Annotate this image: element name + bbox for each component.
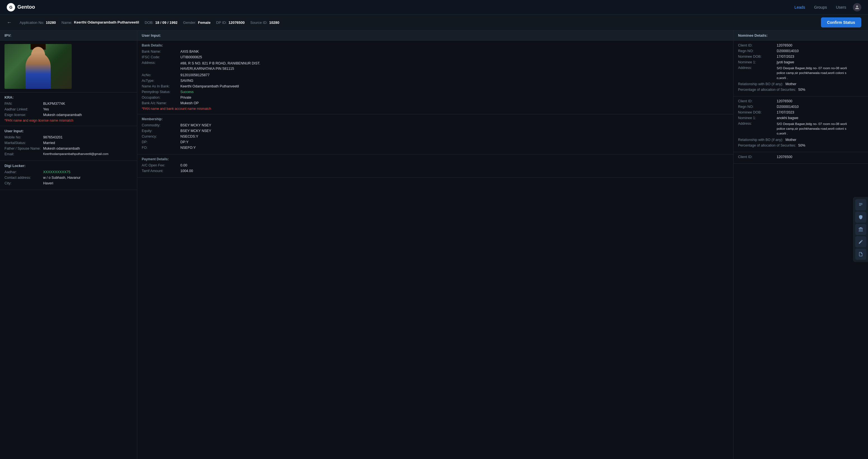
nominee1-address-label: Address:: [738, 66, 774, 70]
nominee2-name-row: Nominee 1: anokhi bagwe: [738, 116, 864, 120]
source-id-value: 10280: [269, 21, 279, 25]
source-id-field: Source ID: 10280: [250, 21, 280, 25]
main-content: IPV: KRA: PAN: BLKPM3774K Aadhar Linked:…: [0, 31, 868, 459]
user-avatar[interactable]: [853, 3, 861, 11]
occupation-row: Occupation: Private: [142, 96, 729, 99]
marital-value: Married: [43, 141, 55, 145]
bank-address-label: Address:: [142, 61, 178, 65]
nominee1-name-value: jyoti bagwe: [777, 60, 794, 64]
nominee1-client-id-row: Client ID: 12076500: [738, 43, 864, 48]
digi-locker-section: Digi Locker: Aadhar: XXXXXXXXXX75 Contac…: [0, 161, 137, 190]
nominee1-client-id-value: 12076500: [777, 43, 793, 48]
pan-row: PAN: BLKPM3774K: [4, 102, 132, 105]
nominee3-client-id-label: Client ID:: [738, 155, 774, 159]
pennydrop-value: Success: [180, 90, 193, 94]
currency-row: Currency: NSECDS:Y: [142, 134, 729, 139]
svg-rect-0: [859, 203, 862, 204]
nominee1-name-row: Nominee 1: jyoti bagwe: [738, 60, 864, 64]
contact-address-label: Contact address:: [4, 176, 41, 180]
esign-value: Mukesh odamparambath: [43, 113, 82, 117]
middle-column: User Input: Bank Details: Bank Name: AXI…: [137, 31, 734, 459]
shield-icon[interactable]: [855, 212, 866, 223]
confirm-status-button[interactable]: Confirm Status: [821, 18, 861, 27]
nav-groups[interactable]: Groups: [814, 5, 827, 9]
nominee1-dob-value: 17/07/2023: [777, 55, 794, 59]
nominee2-address-value: S/O Deepak Bagwe,bldg no- 07 room no-08 …: [777, 122, 855, 136]
user-input-header: User Input:: [4, 129, 132, 135]
aadhar-linked-row: Aadhar Linked: Yes: [4, 107, 132, 111]
commodity-label: Commodity:: [142, 123, 178, 127]
svg-rect-2: [859, 205, 861, 206]
dp-id-label: DP ID:: [216, 21, 227, 25]
tarrif-value: 1004.00: [180, 169, 193, 173]
back-button[interactable]: ←: [7, 20, 12, 26]
ipv-photo-area: [0, 41, 137, 92]
name-in-bank-value: Keerthi Odamparambath Puthanveetil: [180, 84, 239, 88]
nominee3-client-id-value: 12076500: [777, 155, 793, 159]
left-column: IPV: KRA: PAN: BLKPM3774K Aadhar Linked:…: [0, 31, 137, 459]
nominee1-address-row: Address: S/O Deepak Bagwe,bldg no- 07 ro…: [738, 66, 864, 81]
email-value: Keerthodamparambathputhanveetil@gmail.co…: [43, 152, 108, 155]
tarrif-row: Tarrif Amount: 1004.00: [142, 169, 729, 173]
nominee1-relationship-row: Relationship with BO (if any): Mother: [738, 82, 864, 86]
bank-ac-name-value: Mukesh OP: [180, 101, 198, 105]
currency-label: Currency:: [142, 134, 178, 139]
bank-icon[interactable]: [855, 224, 866, 235]
bank-name-row: Bank Name: AXIS BANK: [142, 50, 729, 54]
dob-field: DOB: 18 / 09 / 1992: [145, 21, 178, 25]
dp-id-value: 12076500: [228, 21, 245, 25]
name-in-bank-row: Name As In Bank: Keerthi Odamparambath P…: [142, 84, 729, 88]
aadhar-linked-value: Yes: [43, 107, 49, 111]
pan-label: PAN:: [4, 102, 41, 105]
resume-icon[interactable]: [855, 199, 866, 210]
marital-label: MaritalStatus:: [4, 141, 41, 145]
user-input-section: User Input: Mobile No: 9876543201 Marita…: [0, 126, 137, 161]
dp-value: DP:Y: [180, 140, 188, 144]
aadhar-value: XXXXXXXXXX75: [43, 170, 70, 174]
nav-leads[interactable]: Leads: [794, 5, 805, 9]
nominee2-percentage-value: 50%: [798, 144, 805, 147]
nominee1-dob-label: Nominee DOB:: [738, 55, 774, 59]
name-label: Name:: [62, 21, 72, 25]
contact-address-value: w / o Subhash, Havanur: [43, 176, 81, 180]
bank-address-value: #88, R S NO. 821 P B ROAD, RANIBENNUR DI…: [180, 61, 287, 71]
navbar: G Gentoo Leads Groups Users: [0, 0, 868, 14]
nominee-card-1: Client ID: 12076500 Regn NO: D2000014010…: [734, 41, 868, 96]
contact-address-row: Contact address: w / o Subhash, Havanur: [4, 176, 132, 180]
dob-label: DOB:: [145, 21, 154, 25]
nominee1-percentage-value: 50%: [798, 88, 805, 92]
payment-section: Payment Details: A/C Open Fee: 0.00 Tarr…: [137, 154, 733, 178]
pan-bank-error: *PAN name and bank account name mismatch: [142, 107, 729, 111]
dob-value: 18 / 09 / 1992: [155, 21, 178, 25]
father-value: Mukesh odamarambath: [43, 147, 80, 151]
nominee-card-2: Client ID: 12076500 Regn NO: D2000014010…: [734, 96, 868, 152]
nominee2-regn-value: D2000014010: [777, 105, 799, 109]
ac-open-fee-label: A/C Open Fee:: [142, 163, 178, 167]
dp-id-field: DP ID: 12076500: [216, 21, 245, 25]
payment-title: Payment Details:: [142, 157, 729, 161]
doc-icon[interactable]: [855, 249, 866, 260]
pan-esign-error: *PAN name and esign license name mismatc…: [4, 119, 132, 122]
user-input-header-mid: User Input:: [137, 31, 733, 41]
logo: G Gentoo: [7, 3, 35, 11]
bank-name-label: Bank Name:: [142, 50, 178, 54]
nav-users[interactable]: Users: [836, 5, 846, 9]
nominee1-name-label: Nominee 1:: [738, 60, 774, 64]
fo-row: FO: NSEFO:Y: [142, 146, 729, 150]
pennydrop-row: Pennydrop Status: Success: [142, 90, 729, 94]
marital-row: MaritalStatus: Married: [4, 141, 132, 145]
nominee2-percentage-row: Percentage of allocation of Securites: 5…: [738, 144, 864, 147]
kra-section: KRA: PAN: BLKPM3774K Aadhar Linked: Yes …: [0, 92, 137, 126]
sign-icon[interactable]: [855, 236, 866, 247]
gender-field: Gender: Female: [183, 21, 211, 25]
nominee2-client-id-label: Client ID:: [738, 99, 774, 103]
fo-label: FO:: [142, 146, 178, 150]
aadhar-linked-label: Aadhar Linked:: [4, 107, 41, 111]
acno-value: 912010058125877: [180, 73, 210, 77]
email-label: Email:: [4, 152, 41, 156]
nominee3-client-id-row: Client ID: 12076500: [738, 155, 864, 159]
aadhar-label: Aadhar:: [4, 170, 41, 174]
nominee1-client-id-label: Client ID:: [738, 43, 774, 48]
bank-address-row: Address: #88, R S NO. 821 P B ROAD, RANI…: [142, 61, 729, 71]
gender-value: Female: [198, 21, 211, 25]
